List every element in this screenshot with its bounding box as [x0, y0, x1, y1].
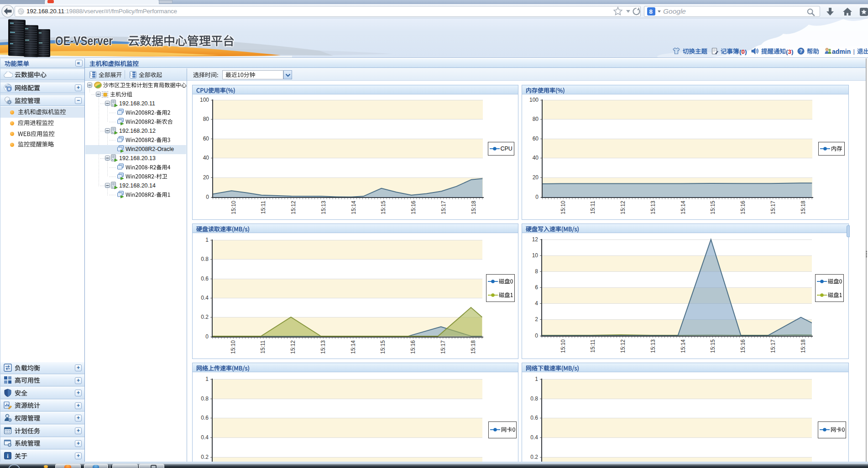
- svg-text:15:10: 15:10: [560, 200, 566, 214]
- svg-text:15:13: 15:13: [650, 200, 656, 214]
- svg-text:15:11: 15:11: [590, 339, 596, 352]
- svg-text:15:14: 15:14: [680, 339, 686, 353]
- svg-text:15:18: 15:18: [800, 339, 806, 353]
- svg-text:15:14: 15:14: [680, 200, 686, 214]
- svg-text:15:13: 15:13: [320, 340, 326, 354]
- svg-text:15:10: 15:10: [230, 200, 237, 214]
- svg-text:15:11: 15:11: [260, 200, 267, 213]
- svg-text:15:16: 15:16: [410, 200, 417, 214]
- svg-text:15:16: 15:16: [410, 340, 416, 354]
- svg-text:15:15: 15:15: [380, 200, 387, 214]
- svg-text:15:17: 15:17: [440, 340, 446, 354]
- svg-text:15:18: 15:18: [800, 200, 806, 214]
- svg-text:15:12: 15:12: [620, 200, 626, 214]
- svg-text:15:16: 15:16: [740, 339, 746, 353]
- svg-text:15:14: 15:14: [350, 200, 357, 214]
- svg-text:15:10: 15:10: [230, 340, 236, 354]
- svg-text:15:18: 15:18: [471, 200, 477, 214]
- svg-text:15:16: 15:16: [740, 200, 746, 214]
- svg-text:15:15: 15:15: [710, 200, 716, 214]
- svg-text:15:10: 15:10: [560, 339, 566, 353]
- svg-text:15:17: 15:17: [440, 200, 447, 214]
- svg-text:15:12: 15:12: [290, 340, 296, 354]
- svg-text:15:11: 15:11: [260, 340, 266, 353]
- svg-text:15:14: 15:14: [350, 340, 356, 354]
- svg-text:15:17: 15:17: [770, 200, 776, 214]
- svg-text:15:13: 15:13: [320, 200, 327, 214]
- svg-text:?: ?: [800, 48, 803, 54]
- svg-text:15:12: 15:12: [620, 339, 626, 353]
- svg-text:15:13: 15:13: [650, 339, 656, 353]
- svg-text:15:17: 15:17: [770, 339, 776, 353]
- svg-text:15:12: 15:12: [290, 200, 297, 214]
- svg-text:15:18: 15:18: [470, 340, 476, 354]
- svg-text:15:11: 15:11: [590, 200, 596, 213]
- svg-text:15:15: 15:15: [710, 339, 716, 353]
- svg-text:15:15: 15:15: [380, 340, 386, 354]
